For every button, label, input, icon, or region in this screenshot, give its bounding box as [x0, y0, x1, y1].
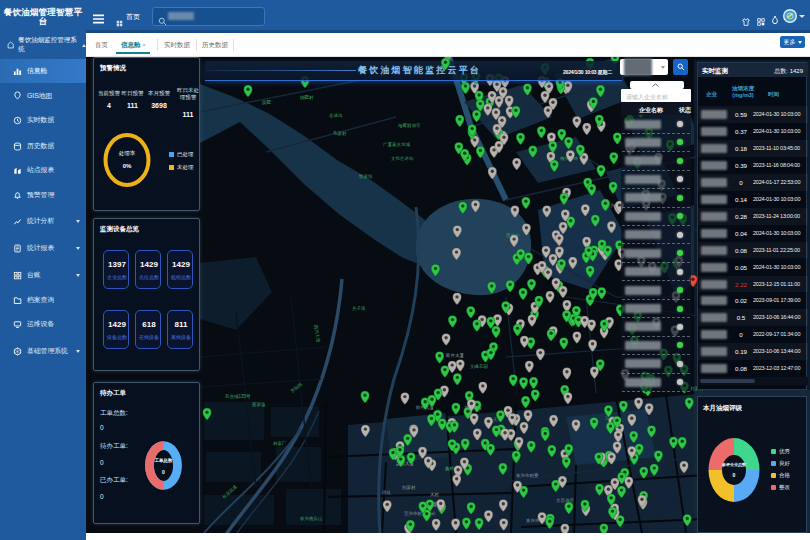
svg-text:百合城135号: 百合城135号	[224, 393, 251, 399]
svg-text:富兴市村委: 富兴市村委	[516, 472, 539, 479]
svg-text:文昌酒店: 文昌酒店	[556, 498, 575, 503]
svg-text:铁家坝: 铁家坝	[358, 173, 373, 179]
svg-text:欧件大厦: 欧件大厦	[446, 352, 465, 359]
svg-text:文化艺术馆: 文化艺术馆	[391, 155, 414, 161]
svg-text:关子垛: 关子垛	[352, 306, 366, 311]
svg-text:河址: 河址	[382, 490, 392, 495]
svg-text:鑫桥: 鑫桥	[445, 466, 455, 471]
svg-text:毛家村: 毛家村	[332, 130, 347, 137]
svg-text:富兴南乐山: 富兴南乐山	[300, 516, 323, 521]
svg-text:水波沟: 水波沟	[329, 113, 343, 118]
svg-text:文峰花园: 文峰花园	[470, 364, 488, 369]
svg-text:海聚财酒店: 海聚财酒店	[398, 123, 421, 128]
svg-text:林家厂: 林家厂	[272, 440, 287, 446]
